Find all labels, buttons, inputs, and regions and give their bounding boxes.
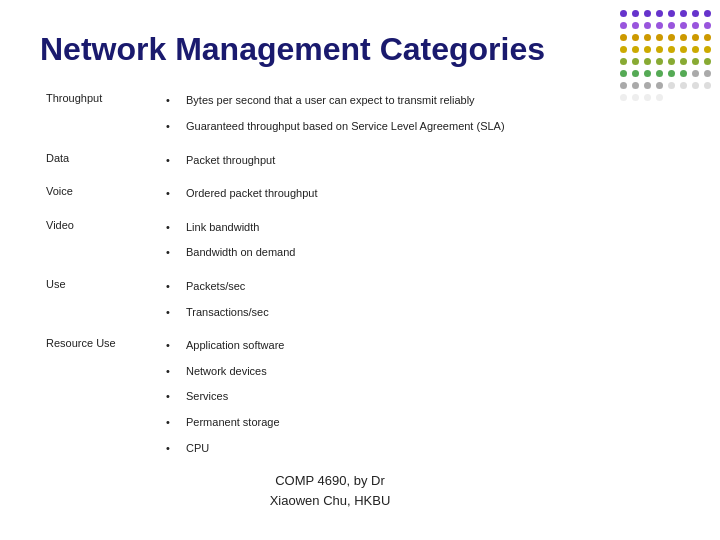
dot-0 [620,10,627,17]
table-row: Voice•Ordered packet throughput [40,181,680,207]
desc-cell: Network devices [180,359,680,385]
dot-45 [680,70,687,77]
dot-54 [692,82,699,89]
desc-cell: Transactions/sec [180,300,680,326]
footer-line1: COMP 4690, by Dr [275,473,385,488]
desc-cell: Link bandwidth [180,215,680,241]
slide: Network Management Categories Throughput… [0,0,720,540]
category-cell-5: Resource Use [40,333,160,359]
dot-38 [692,58,699,65]
category-cell-3: Video [40,215,160,241]
dot-67 [656,106,663,113]
bullet-cell: • [160,410,180,436]
bullet-cell: • [160,436,180,462]
dot-25 [632,46,639,53]
table-row: •CPU [40,436,680,462]
dot-44 [668,70,675,77]
content-table: Throughput•Bytes per second that a user … [40,88,680,461]
dot-39 [704,58,711,65]
dot-1 [632,10,639,17]
dot-10 [644,22,651,29]
category-cell-5 [40,384,160,410]
dot-66 [644,106,651,113]
table-row: •Network devices [40,359,680,385]
dot-75 [656,118,663,125]
dot-26 [644,46,651,53]
dot-43 [656,70,663,77]
dot-79 [704,118,711,125]
dot-59 [656,94,663,101]
dot-18 [644,34,651,41]
desc-cell: CPU [180,436,680,462]
category-cell-4 [40,300,160,326]
desc-cell: Application software [180,333,680,359]
category-cell-0: Throughput [40,88,160,114]
dot-50 [644,82,651,89]
dot-12 [668,22,675,29]
category-cell-5 [40,410,160,436]
dot-2 [644,10,651,17]
dot-48 [620,82,627,89]
desc-cell: Services [180,384,680,410]
table-row: •Services [40,384,680,410]
dot-62 [692,94,699,101]
table-row: Use•Packets/sec [40,274,680,300]
dot-14 [692,22,699,29]
dot-58 [644,94,651,101]
desc-cell: Guaranteed throughput based on Service L… [180,114,680,140]
dot-69 [680,106,687,113]
dot-49 [632,82,639,89]
table-row: •Guaranteed throughput based on Service … [40,114,680,140]
dot-grid-decoration [620,10,710,130]
dot-28 [668,46,675,53]
dot-63 [704,94,711,101]
bullet-cell: • [160,148,180,174]
bullet-cell: • [160,333,180,359]
dot-61 [680,94,687,101]
bullet-cell: • [160,181,180,207]
dot-3 [656,10,663,17]
desc-cell: Bandwidth on demand [180,240,680,266]
footer: COMP 4690, by Dr Xiaowen Chu, HKBU [0,471,660,510]
dot-21 [680,34,687,41]
bullet-cell: • [160,114,180,140]
table-row: •Bandwidth on demand [40,240,680,266]
dot-37 [680,58,687,65]
footer-line2: Xiaowen Chu, HKBU [270,493,391,508]
dot-57 [632,94,639,101]
dot-11 [656,22,663,29]
dot-9 [632,22,639,29]
desc-cell: Packets/sec [180,274,680,300]
dot-19 [656,34,663,41]
dot-77 [680,118,687,125]
bullet-cell: • [160,274,180,300]
slide-title: Network Management Categories [40,30,560,68]
category-cell-2: Voice [40,181,160,207]
dot-29 [680,46,687,53]
dot-5 [680,10,687,17]
dot-52 [668,82,675,89]
dot-35 [656,58,663,65]
dot-7 [704,10,711,17]
dot-27 [656,46,663,53]
dot-64 [620,106,627,113]
dot-4 [668,10,675,17]
dot-55 [704,82,711,89]
dot-53 [680,82,687,89]
dot-13 [680,22,687,29]
dot-51 [656,82,663,89]
desc-cell: Ordered packet throughput [180,181,680,207]
spacer-row-4 [40,266,680,274]
dot-60 [668,94,675,101]
dot-22 [692,34,699,41]
dot-65 [632,106,639,113]
desc-cell: Packet throughput [180,148,680,174]
bullet-cell: • [160,384,180,410]
dot-34 [644,58,651,65]
category-cell-1: Data [40,148,160,174]
dot-47 [704,70,711,77]
spacer-row-1 [40,140,680,148]
table-row: Resource Use•Application software [40,333,680,359]
table-row: Video•Link bandwidth [40,215,680,241]
dot-78 [692,118,699,125]
